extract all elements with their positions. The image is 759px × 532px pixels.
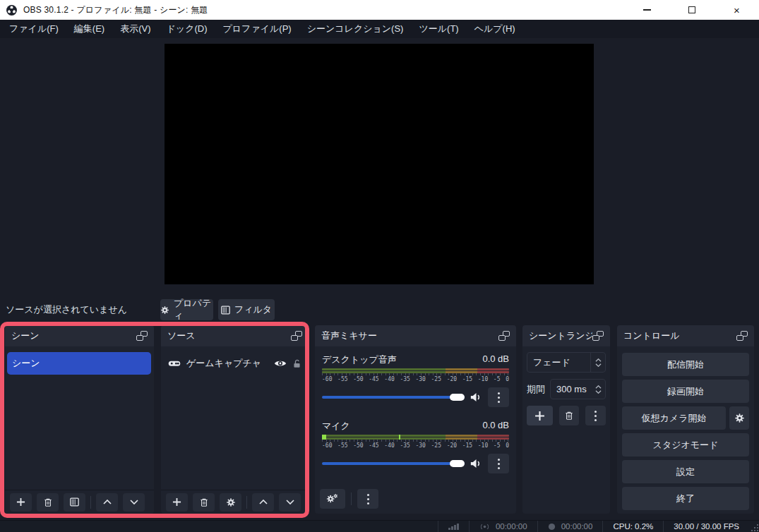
- exit-button[interactable]: 終了: [622, 487, 749, 510]
- duration-spinbox[interactable]: 300 ms: [550, 379, 606, 399]
- start-virtual-camera-button[interactable]: 仮想カメラ開始: [622, 406, 726, 430]
- meter-tick-label: -20: [447, 376, 457, 382]
- remove-transition-button[interactable]: [559, 406, 580, 425]
- transition-select[interactable]: フェード: [527, 352, 606, 373]
- menu-profile[interactable]: プロファイル(P): [215, 20, 299, 38]
- meter-tick-label: -50: [353, 442, 363, 449]
- popout-icon[interactable]: [136, 331, 148, 341]
- volume-slider[interactable]: [322, 393, 465, 401]
- speaker-icon[interactable]: [470, 392, 482, 402]
- preview-canvas[interactable]: [165, 44, 594, 284]
- toolbar-separator: [351, 492, 352, 505]
- kebab-icon: [498, 392, 500, 403]
- menu-file[interactable]: ファイル(F): [1, 20, 66, 38]
- chevron-down-icon: [130, 500, 138, 504]
- move-scene-up-button[interactable]: [96, 493, 118, 512]
- virtual-camera-config-button[interactable]: [729, 406, 749, 430]
- sources-panel-header: ソース: [161, 325, 309, 346]
- channel-options-button[interactable]: [488, 387, 509, 407]
- popout-icon[interactable]: [592, 331, 604, 341]
- source-properties-button[interactable]: [220, 493, 241, 512]
- close-icon: ×: [734, 4, 740, 16]
- chevron-down-icon: [286, 500, 294, 504]
- spinbox-arrows[interactable]: [591, 385, 605, 394]
- properties-button[interactable]: プロパティ: [160, 299, 213, 320]
- volume-slider[interactable]: [322, 459, 465, 468]
- scenes-toolbar: [5, 490, 154, 514]
- maximize-button[interactable]: [669, 0, 714, 20]
- meter-tick-label: -20: [447, 442, 457, 449]
- menu-tools[interactable]: ツール(T): [411, 20, 466, 38]
- close-button[interactable]: ×: [715, 0, 759, 20]
- scenes-panel: シーン シーン: [5, 325, 154, 514]
- settings-button[interactable]: 設定: [622, 460, 749, 483]
- visibility-eye-icon[interactable]: [274, 359, 287, 368]
- kebab-icon: [594, 411, 597, 421]
- studio-mode-button[interactable]: スタジオモード: [622, 433, 749, 457]
- slider-handle[interactable]: [450, 460, 465, 467]
- mixer-body: デスクトップ音声 0.0 dB -60-55-50-45-40-35-30-25…: [315, 346, 516, 514]
- plus-icon: [534, 411, 545, 421]
- scene-list-item[interactable]: シーン: [7, 352, 151, 375]
- filters-button[interactable]: フィルタ: [218, 299, 275, 320]
- meter-tick-label: -5: [494, 376, 501, 382]
- sources-toolbar: [161, 490, 309, 514]
- mixer-toolbar: [320, 489, 378, 509]
- move-source-down-button[interactable]: [279, 493, 301, 512]
- move-scene-down-button[interactable]: [123, 493, 145, 512]
- speaker-icon[interactable]: [470, 459, 482, 468]
- toolbar-separator: [246, 496, 247, 509]
- remove-scene-button[interactable]: [37, 493, 59, 512]
- sources-list: ゲームキャプチャ: [161, 346, 309, 490]
- menu-docks[interactable]: ドック(D): [159, 20, 215, 38]
- move-source-up-button[interactable]: [252, 493, 274, 512]
- gear-icon: [734, 413, 745, 423]
- meter-tick-label: -10: [478, 442, 488, 449]
- transition-options-button[interactable]: [585, 406, 606, 425]
- add-scene-button[interactable]: [10, 493, 32, 512]
- trash-icon: [564, 411, 574, 421]
- duration-label: 期間: [527, 383, 545, 396]
- meter-tick-label: -15: [462, 442, 472, 449]
- kebab-icon: [367, 494, 369, 504]
- scenes-panel-title: シーン: [11, 330, 136, 342]
- popout-icon[interactable]: [736, 331, 748, 341]
- meter-tick-label: -5: [494, 442, 501, 449]
- meter-tick-label: -30: [415, 442, 425, 449]
- popout-icon[interactable]: [498, 331, 510, 341]
- add-source-button[interactable]: [166, 493, 188, 512]
- remove-source-button[interactable]: [193, 493, 215, 512]
- fps-value: 30.00 / 30.00 FPS: [674, 522, 739, 531]
- menu-help[interactable]: ヘルプ(H): [467, 20, 523, 38]
- meter-tick-label: -40: [384, 442, 394, 449]
- slider-handle[interactable]: [450, 394, 465, 401]
- trash-icon: [43, 497, 53, 507]
- minimize-icon: [643, 9, 651, 11]
- mixer-options-button[interactable]: [357, 489, 378, 509]
- popout-icon[interactable]: [291, 331, 302, 341]
- cpu-usage: CPU: 0.2%: [602, 521, 663, 532]
- obs-window: OBS 30.1.2 - プロファイル: 無題 - シーン: 無題 × ファイル…: [0, 0, 759, 532]
- resize-grip[interactable]: [752, 525, 758, 531]
- start-recording-button[interactable]: 録画開始: [622, 380, 749, 403]
- start-streaming-button[interactable]: 配信開始: [622, 353, 749, 376]
- meter-tick-label: -45: [369, 442, 378, 449]
- scene-filters-button[interactable]: [64, 493, 85, 512]
- channel-options-button[interactable]: [488, 454, 509, 473]
- combo-chevrons-icon: [591, 358, 605, 367]
- meter-tick-label: -30: [415, 376, 425, 382]
- meter-tick-labels: -60-55-50-45-40-35-30-25-20-15-10-50: [322, 376, 509, 382]
- menu-scene-collection[interactable]: シーンコレクション(S): [299, 20, 412, 38]
- network-status: [438, 521, 469, 532]
- menu-edit[interactable]: 編集(E): [66, 20, 112, 38]
- menu-view[interactable]: 表示(V): [112, 20, 158, 38]
- lock-open-icon[interactable]: [292, 358, 301, 368]
- minimize-button[interactable]: [625, 0, 669, 20]
- advanced-audio-button[interactable]: [320, 489, 345, 509]
- add-transition-button[interactable]: [527, 406, 553, 425]
- plus-icon: [172, 497, 181, 507]
- meter-tick-label: -25: [431, 376, 441, 382]
- meter-tickmarks: [322, 440, 509, 442]
- source-list-item[interactable]: ゲームキャプチャ: [161, 352, 309, 375]
- sources-panel-title: ソース: [167, 330, 291, 342]
